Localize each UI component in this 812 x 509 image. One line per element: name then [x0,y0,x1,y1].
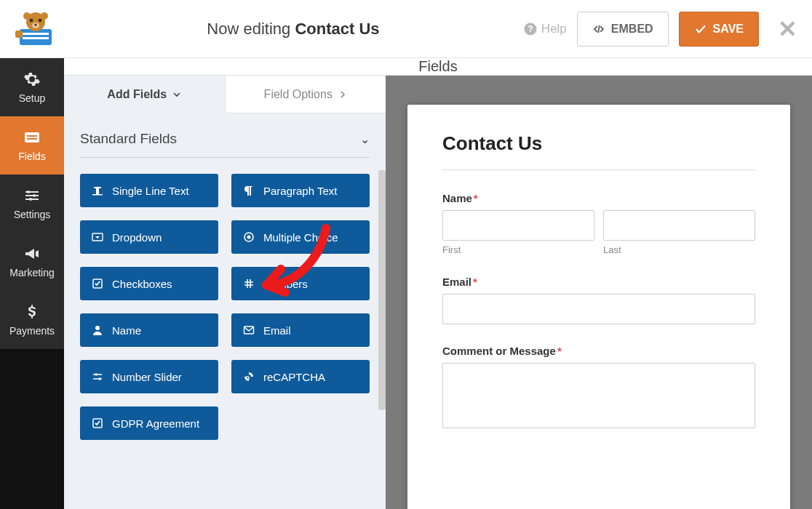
preview-message-field: Comment or Message* [442,345,755,431]
sidenav-fields-label: Fields [18,151,45,162]
sidenav-payments[interactable]: Payments [0,291,64,349]
scrollbar[interactable] [378,170,386,410]
chevron-down-icon: ⌄ [360,132,370,146]
workspace: Fields Add Fields Field Options Standard… [64,58,812,509]
help-link[interactable]: ? Help [524,22,567,36]
svg-rect-1 [23,33,49,35]
message-label: Comment or Message* [442,345,755,357]
embed-button[interactable]: EMBED [577,12,669,47]
preview-area: Contact Us Name* First Last [386,76,812,509]
panel-tabs: Add Fields Field Options [64,76,386,113]
save-button[interactable]: SAVE [679,12,759,47]
svg-point-23 [247,236,251,239]
svg-rect-15 [27,135,37,137]
svg-line-13 [598,25,600,33]
sidenav-marketing[interactable]: Marketing [0,233,64,291]
svg-point-7 [35,23,37,25]
sidenav-setup[interactable]: Setup [0,58,64,116]
sidenav-marketing-label: Marketing [9,267,54,278]
form-title: Contact Us [442,132,755,155]
first-sublabel: First [442,244,594,255]
svg-rect-16 [27,138,37,140]
close-icon[interactable]: ✕ [778,15,797,43]
field-gdpr[interactable]: GDPR Agreement [80,406,218,440]
last-sublabel: Last [603,244,755,255]
svg-point-5 [39,18,42,22]
svg-point-4 [30,18,33,22]
sidenav-settings-label: Settings [14,209,51,220]
svg-rect-2 [23,37,49,39]
field-multiple-choice[interactable]: Multiple Choice [231,220,370,254]
workspace-header: Fields [64,58,812,76]
email-input[interactable] [442,294,755,324]
message-textarea[interactable] [442,363,755,428]
svg-point-25 [95,326,100,330]
fields-panel: Add Fields Field Options Standard Fields… [64,76,386,509]
tab-field-options[interactable]: Field Options [225,76,386,113]
svg-point-9 [41,12,48,20]
top-actions: ? Help EMBED SAVE ✕ [524,12,797,47]
embed-label: EMBED [611,23,653,36]
section-standard-fields[interactable]: Standard Fields ⌄ [64,113,386,157]
svg-point-17 [27,191,30,193]
tab-add-fields[interactable]: Add Fields [64,76,225,113]
form-preview: Contact Us Name* First Last [407,105,790,509]
field-grid: Single Line Text Paragraph Text Dropdown… [64,158,386,456]
side-nav: Setup Fields Settings Marketing Payments [0,58,64,509]
top-bar: Now editing Contact Us ? Help EMBED SAVE… [0,0,812,58]
sidenav-payments-label: Payments [9,325,55,337]
svg-rect-10 [15,31,23,38]
app-logo [9,9,63,49]
svg-point-28 [98,377,101,380]
main: Setup Fields Settings Marketing Payments… [0,58,812,509]
last-name-input[interactable] [603,210,755,241]
field-numbers[interactable]: Numbers [231,267,370,300]
sidenav-fields[interactable]: Fields [0,116,64,175]
now-editing-title: Now editing Contact Us [63,20,524,39]
svg-point-8 [23,12,31,20]
svg-rect-20 [92,194,103,196]
save-label: SAVE [713,23,744,36]
sidenav-setup-label: Setup [19,92,46,104]
field-single-line-text[interactable]: Single Line Text [80,174,218,207]
help-label: Help [541,22,567,36]
preview-email-field: Email* [442,276,755,324]
svg-point-27 [95,373,97,376]
field-dropdown[interactable]: Dropdown [80,220,218,254]
field-paragraph-text[interactable]: Paragraph Text [231,174,370,207]
svg-point-18 [33,194,36,197]
name-label: Name* [442,192,755,204]
field-checkboxes[interactable]: Checkboxes [80,267,218,300]
preview-name-field: Name* First Last [442,192,755,255]
svg-text:G: G [245,374,250,381]
email-label: Email* [442,276,755,288]
sidenav-settings[interactable]: Settings [0,175,64,233]
workspace-body: Add Fields Field Options Standard Fields… [64,76,812,509]
field-email[interactable]: Email [231,313,370,347]
svg-rect-14 [25,132,39,143]
field-number-slider[interactable]: Number Slider [80,360,218,393]
svg-point-19 [29,198,32,201]
svg-text:?: ? [528,24,533,34]
field-recaptcha[interactable]: G reCAPTCHA [231,360,370,393]
field-name[interactable]: Name [80,313,218,347]
first-name-input[interactable] [442,210,594,241]
